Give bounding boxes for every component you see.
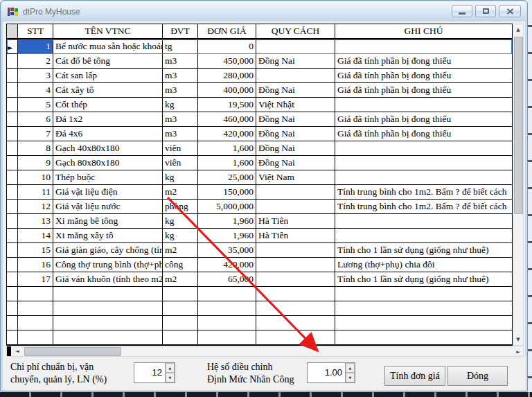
horizontal-scroll-thumb[interactable] bbox=[24, 347, 121, 356]
cell-quy-cach[interactable]: Đồng Nai bbox=[256, 54, 335, 69]
cell-quy-cach[interactable]: Đồng Nai bbox=[256, 127, 335, 141]
cell-don-gia[interactable]: 420,000 bbox=[198, 258, 256, 272]
cell-selector[interactable] bbox=[7, 301, 18, 316]
scroll-down-button[interactable]: ▼ bbox=[513, 334, 523, 345]
cell-ghi-chu[interactable]: Giá đã tính phần bị đong thiếu bbox=[335, 54, 512, 69]
cell-stt[interactable]: 16 bbox=[18, 258, 53, 272]
titlebar[interactable]: dtPro MyHouse bbox=[1, 1, 526, 21]
cell-stt[interactable]: 7 bbox=[18, 127, 53, 141]
cell-don-gia[interactable]: 1,600 bbox=[198, 141, 256, 156]
cell-quy-cach[interactable] bbox=[256, 316, 335, 330]
cell-stt[interactable]: 11 bbox=[18, 185, 53, 200]
cell-ghi-chu[interactable]: Giá đã tính phần bị đong thiếu bbox=[335, 69, 512, 83]
cell-stt[interactable] bbox=[18, 330, 53, 345]
cell-don-gia[interactable]: 25,000 bbox=[198, 170, 256, 185]
cell-ten-vtnc[interactable]: Cốt thép bbox=[53, 98, 163, 112]
cell-dvt[interactable]: m3 bbox=[163, 54, 198, 69]
vertical-scroll-thumb[interactable] bbox=[514, 37, 523, 214]
cell-dvt[interactable] bbox=[163, 330, 198, 345]
cell-quy-cach[interactable]: Đồng Nai bbox=[256, 156, 335, 170]
cell-dvt[interactable]: m3 bbox=[163, 83, 198, 98]
cell-don-gia[interactable]: 1,600 bbox=[198, 156, 256, 170]
cell-selector[interactable]: ► bbox=[7, 141, 18, 156]
table-row[interactable] bbox=[7, 287, 512, 301]
close-button[interactable] bbox=[499, 5, 521, 17]
table-row[interactable]: ► 4 Cát xây tô m3 400,000 Đồng Nai Giá đ… bbox=[7, 83, 512, 98]
cell-quy-cach[interactable] bbox=[256, 243, 335, 258]
cell-ten-vtnc[interactable]: Giá vật liệu nước bbox=[53, 200, 163, 214]
cost-percent-value[interactable]: 12 bbox=[134, 363, 165, 382]
cell-ghi-chu[interactable]: Tính cho 1 lần sử dụng (giống như thuê) bbox=[335, 272, 512, 287]
cell-dvt[interactable]: viên bbox=[163, 156, 198, 170]
cell-ghi-chu[interactable] bbox=[335, 98, 512, 112]
cell-selector[interactable]: ► bbox=[7, 170, 18, 185]
cell-ghi-chu[interactable] bbox=[335, 229, 512, 243]
cell-selector[interactable]: ► bbox=[7, 156, 18, 170]
cell-ten-vtnc[interactable] bbox=[53, 330, 163, 345]
cell-quy-cach[interactable] bbox=[256, 69, 335, 83]
cell-don-gia[interactable] bbox=[198, 316, 256, 330]
cell-ten-vtnc[interactable]: Công thợ trung bình (thợ+phụ bbox=[53, 258, 163, 272]
cell-ten-vtnc[interactable]: Thép buộc bbox=[53, 170, 163, 185]
cell-ghi-chu[interactable] bbox=[335, 170, 512, 185]
cell-quy-cach[interactable]: Hà Tiên bbox=[256, 229, 335, 243]
cell-quy-cach[interactable] bbox=[256, 287, 335, 301]
cell-don-gia[interactable]: 460,000 bbox=[198, 112, 256, 127]
cell-ten-vtnc[interactable]: Giá giàn giáo, cây chống (tính bbox=[53, 243, 163, 258]
cell-don-gia[interactable]: 420,000 bbox=[198, 127, 256, 141]
cell-dvt[interactable]: kg bbox=[163, 98, 198, 112]
cell-don-gia[interactable]: 150,000 bbox=[198, 185, 256, 200]
table-row[interactable]: ► 9 Gạch 80x80x180 viên 1,600 Đồng Nai bbox=[7, 156, 512, 170]
vertical-scrollbar[interactable]: ▲ ▼ bbox=[513, 24, 524, 346]
cell-dvt[interactable]: kg bbox=[163, 170, 198, 185]
cell-ghi-chu[interactable] bbox=[335, 156, 512, 170]
cost-percent-spin-up-button[interactable]: ▲ bbox=[166, 363, 175, 373]
table-row[interactable] bbox=[7, 301, 512, 316]
cell-selector[interactable]: ► bbox=[7, 69, 18, 83]
cell-stt[interactable]: 6 bbox=[18, 112, 53, 127]
cell-stt[interactable] bbox=[18, 316, 53, 330]
cell-ghi-chu[interactable] bbox=[335, 39, 512, 54]
cell-ghi-chu[interactable]: Giá đã tính phần bị đong thiếu bbox=[335, 127, 512, 141]
cell-quy-cach[interactable] bbox=[256, 185, 335, 200]
table-row[interactable]: ► 12 Giá vật liệu nước phòng 5,000,000 T… bbox=[7, 200, 512, 214]
cell-ghi-chu[interactable]: Giá đã tính phần bị đong thiếu bbox=[335, 83, 512, 98]
cell-selector[interactable]: ► bbox=[7, 214, 18, 229]
cell-stt[interactable]: 2 bbox=[18, 54, 53, 69]
cell-quy-cach[interactable]: Đồng Nai bbox=[256, 141, 335, 156]
cell-ten-vtnc[interactable]: Xi măng bê tông bbox=[53, 214, 163, 229]
cell-ghi-chu[interactable]: Giá đã tính phần bị đong thiếu bbox=[335, 112, 512, 127]
cell-don-gia[interactable] bbox=[198, 301, 256, 316]
table-row[interactable]: ► 1 Bể nước mua sẵn hoặc khoán tg 0 bbox=[7, 39, 512, 54]
cell-ten-vtnc[interactable]: Cát san lấp bbox=[53, 69, 163, 83]
cell-stt[interactable]: 9 bbox=[18, 156, 53, 170]
cell-ghi-chu[interactable]: Tính cho 1 lần sử dụng (giống như thuê) bbox=[335, 243, 512, 258]
close-form-button[interactable]: Đóng bbox=[447, 366, 508, 386]
cell-dvt[interactable] bbox=[163, 316, 198, 330]
cell-ghi-chu[interactable] bbox=[335, 316, 512, 330]
cell-ten-vtnc[interactable]: Đá 1x2 bbox=[53, 112, 163, 127]
cell-selector[interactable]: ► bbox=[7, 243, 18, 258]
cell-stt[interactable]: 12 bbox=[18, 200, 53, 214]
cell-ghi-chu[interactable] bbox=[335, 141, 512, 156]
cell-quy-cach[interactable]: Hà Tiên bbox=[256, 214, 335, 229]
table-row[interactable]: ► 5 Cốt thép kg 19,500 Việt Nhật bbox=[7, 98, 512, 112]
table-row[interactable]: ► 10 Thép buộc kg 25,000 Việt Nam bbox=[7, 170, 512, 185]
cell-dvt[interactable]: m3 bbox=[163, 69, 198, 83]
cell-stt[interactable] bbox=[18, 287, 53, 301]
cell-quy-cach[interactable]: Đồng Nai bbox=[256, 112, 335, 127]
cell-don-gia[interactable]: 0 bbox=[198, 39, 256, 54]
cell-dvt[interactable]: kg bbox=[163, 214, 198, 229]
cell-quy-cach[interactable] bbox=[256, 301, 335, 316]
cell-selector[interactable]: ► bbox=[7, 258, 18, 272]
cell-don-gia[interactable] bbox=[198, 330, 256, 345]
cell-ten-vtnc[interactable] bbox=[53, 301, 163, 316]
cell-dvt[interactable]: m3 bbox=[163, 127, 198, 141]
cell-selector[interactable] bbox=[7, 316, 18, 330]
cell-dvt[interactable]: công bbox=[163, 258, 198, 272]
maximize-button[interactable] bbox=[475, 5, 496, 17]
table-row[interactable]: ► 6 Đá 1x2 m3 460,000 Đồng Nai Giá đã tí… bbox=[7, 112, 512, 127]
cell-ghi-chu[interactable] bbox=[335, 287, 512, 301]
table-row[interactable]: ► 11 Giá vật liệu điện m2 150,000 Tính t… bbox=[7, 185, 512, 200]
table-row[interactable] bbox=[7, 316, 512, 330]
